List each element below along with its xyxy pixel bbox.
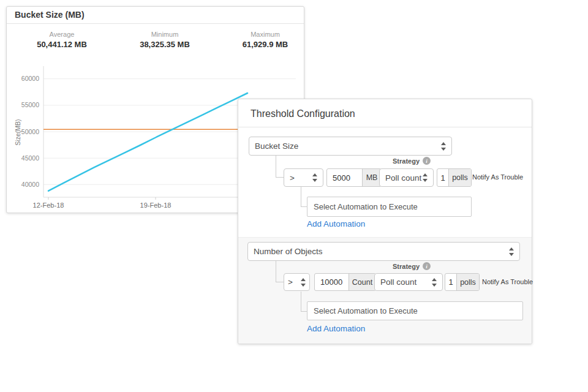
poll-count-input[interactable] (445, 274, 456, 290)
operator-select[interactable]: > (284, 168, 323, 187)
polls-suffix: polls (448, 169, 471, 186)
poll-count-group: polls (445, 273, 480, 291)
threshold-value-input[interactable] (315, 274, 349, 290)
add-automation-link[interactable]: Add Automation (307, 324, 365, 333)
page: Bucket Size (MB) Average 50,441.12 MB Mi… (0, 0, 588, 392)
strategy-text: Strategy (393, 157, 420, 165)
threshold-value-input[interactable] (327, 169, 362, 186)
automation-select-input[interactable] (307, 197, 472, 217)
y-axis-title: Size(MB) (14, 119, 21, 145)
strategy-select[interactable]: Poll count (374, 273, 443, 291)
y-tick-label: 55000 (21, 101, 39, 108)
notify-as-trouble-label: Notify As Trouble (482, 278, 533, 285)
poll-count-group: polls (437, 168, 472, 187)
operator-select[interactable]: > (284, 273, 310, 291)
y-tick-label: 60000 (21, 75, 39, 82)
strategy-select[interactable]: Poll count (379, 168, 434, 187)
select-stepper-icon (422, 173, 428, 182)
polls-suffix: polls (456, 274, 479, 290)
operator-value: > (288, 277, 293, 287)
strategy-text: Strategy (393, 263, 420, 270)
select-stepper-icon (508, 247, 514, 256)
y-tick-label: 40000 (21, 181, 39, 188)
add-automation-link[interactable]: Add Automation (307, 219, 365, 228)
unit-suffix: MB (362, 169, 381, 186)
select-stepper-icon (431, 278, 437, 287)
series-line-bucket-size (48, 93, 247, 191)
info-icon[interactable]: i (423, 157, 431, 165)
threshold-configuration-panel: Threshold Configuration Bucket Size Stra… (238, 99, 532, 344)
info-icon[interactable]: i (423, 262, 431, 270)
notify-as-trouble-label: Notify As Trouble (472, 173, 523, 181)
select-stepper-icon (440, 142, 446, 151)
x-tick-label: 19-Feb-18 (140, 202, 172, 209)
panel-title: Threshold Configuration (238, 99, 532, 127)
metric-select-value: Number of Objects (254, 247, 323, 256)
threshold-value-group: MB (326, 168, 382, 187)
metric-select-value: Bucket Size (255, 141, 298, 151)
unit-suffix: Count (349, 274, 375, 290)
y-tick-label: 50000 (21, 128, 39, 135)
select-stepper-icon (312, 173, 317, 182)
strategy-select-value: Poll count (380, 277, 417, 287)
select-stepper-icon (300, 278, 306, 287)
y-tick-label: 45000 (21, 154, 39, 162)
metric-select-bucket-size[interactable]: Bucket Size (249, 137, 452, 156)
strategy-label: Strategy i (393, 262, 431, 270)
strategy-label: Strategy i (393, 157, 431, 165)
operator-value: > (290, 173, 295, 183)
x-tick-label: 12-Feb-18 (33, 202, 64, 209)
tree-connector (276, 261, 284, 282)
metric-select-number-of-objects[interactable]: Number of Objects (247, 242, 520, 261)
threshold-value-group: Count (314, 273, 376, 291)
strategy-select-value: Poll count (385, 173, 421, 183)
tree-connector (276, 156, 284, 178)
poll-count-input[interactable] (437, 169, 448, 186)
automation-select-input[interactable] (307, 301, 523, 320)
